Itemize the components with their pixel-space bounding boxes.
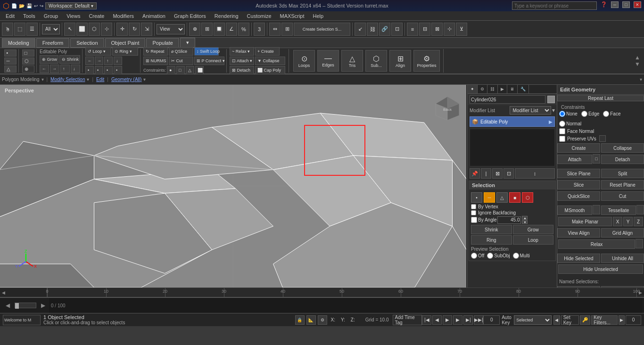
percent-snap-btn[interactable]: % — [238, 23, 249, 36]
ring-action-btn[interactable]: Ring — [471, 235, 512, 245]
tab-modeling[interactable]: Modeling — [2, 38, 35, 48]
link-btn[interactable]: ⛓ — [367, 23, 378, 36]
by-vertex-cb[interactable] — [471, 204, 476, 209]
hide-selected-btn[interactable]: Hide Selected — [557, 254, 600, 263]
ribbon-scroll-up[interactable]: ▲ — [635, 54, 640, 61]
relax-fp-btn[interactable]: Relax — [558, 239, 635, 249]
selection-header[interactable]: Selection — [469, 181, 555, 189]
sub-edge-btn[interactable]: ─ — [4, 58, 17, 65]
tessellate-opts-btn[interactable] — [636, 205, 644, 214]
tab-object-paint[interactable]: Object Paint — [105, 38, 146, 48]
constraint-none[interactable]: None — [559, 111, 578, 117]
sel-face-icon[interactable]: ■ — [509, 192, 520, 203]
redo-btn[interactable]: ↪ — [40, 3, 43, 8]
select-obj-btn[interactable]: 🖱 — [2, 23, 13, 36]
select-name-btn[interactable]: ☰ — [26, 23, 38, 36]
ring-arrows2-btn[interactable]: ↓ — [114, 57, 122, 65]
extra4-btn[interactable]: ↓ — [71, 65, 80, 73]
nav-cube[interactable]: Back — [433, 94, 462, 123]
unlink-btn[interactable]: 🔗 — [379, 23, 390, 36]
circle-select-btn[interactable]: ⬡ — [89, 23, 100, 36]
panel-tab-utilities[interactable]: 🔧 — [518, 85, 529, 93]
constraint4-btn[interactable]: ⬜ — [195, 66, 204, 74]
layer-btn[interactable]: ≡ — [407, 23, 418, 36]
select-btn[interactable]: ↖ — [64, 23, 75, 36]
play-prev-key[interactable]: |◀ — [422, 315, 431, 325]
modify-arrow[interactable]: ▾ — [87, 77, 89, 82]
dots2-btn[interactable]: • — [95, 66, 103, 74]
sub-large-btn[interactable]: ⬡ Sub... — [365, 50, 387, 72]
tab-populate[interactable]: Populate — [146, 38, 179, 48]
tessellate-btn[interactable]: Tessellate — [601, 205, 636, 215]
spinner1-btn[interactable]: 3 — [254, 23, 265, 36]
constraint-face-radio[interactable] — [603, 111, 609, 117]
paste-sel-btn[interactable]: Paste — [601, 286, 644, 288]
key-arrow-right[interactable]: ▶ — [619, 315, 625, 325]
loop-action-btn[interactable]: Loop — [513, 235, 554, 245]
menu-modifiers[interactable]: Modifiers — [109, 12, 138, 20]
detach-fp-btn[interactable]: Detach — [601, 155, 644, 164]
tab-freeform[interactable]: Freeform — [36, 38, 70, 48]
stack-nav1-btn[interactable]: | — [481, 168, 491, 179]
editable-poly-mod[interactable]: 📦 Editable Poly ▶ — [470, 116, 555, 127]
undo-btn[interactable]: ↩ — [34, 3, 38, 8]
dots4-btn[interactable]: • — [114, 66, 122, 74]
geometry-link[interactable]: Geometry (All) — [111, 77, 141, 82]
copy-sel-btn[interactable]: Copy — [557, 286, 600, 288]
view-align-btn[interactable]: View Align — [557, 228, 600, 238]
minimize-btn[interactable]: ─ — [611, 1, 619, 8]
lasso-select-btn[interactable]: ⊹ — [101, 23, 112, 36]
stack-nav3-btn[interactable]: ⊡ — [504, 168, 514, 179]
tl-slider[interactable] — [15, 303, 36, 308]
menu-group[interactable]: Group — [40, 12, 62, 20]
repeat-btn[interactable]: ↻ Repeat — [143, 47, 168, 56]
angle-spinner[interactable]: ▲ ▼ — [522, 216, 528, 224]
obj-color-swatch[interactable] — [547, 96, 555, 103]
play-prev-frame[interactable]: ◀ — [432, 315, 442, 325]
tl-area[interactable]: 0 / 100 — [49, 298, 642, 313]
create-fp-btn[interactable]: Create — [557, 143, 600, 153]
relax-opts-btn[interactable] — [636, 239, 643, 248]
modify-selection-link[interactable]: Modify Selection — [50, 77, 85, 82]
detach-ribbon-btn[interactable]: ⊠ Detach — [230, 66, 254, 74]
move-btn[interactable]: ✛ — [116, 23, 128, 36]
add-time-tag-btn[interactable]: Add Time Tag — [393, 315, 422, 325]
menu-graph-editors[interactable]: Graph Editors — [170, 12, 210, 20]
extra3-btn[interactable]: ↑ — [60, 65, 70, 73]
tab-selection[interactable]: Selection — [70, 38, 104, 48]
subtoolbar-arrow-btn[interactable]: ▾ — [41, 77, 44, 82]
shrink-action-btn[interactable]: Shrink — [471, 225, 512, 234]
split-btn[interactable]: Split — [601, 169, 644, 178]
stack-pin-btn[interactable]: 📌 — [470, 168, 480, 179]
menu-edit[interactable]: Edit — [2, 12, 18, 20]
ignore-backfacing-cb[interactable] — [471, 210, 476, 215]
scroll-right-arrow[interactable]: ▾ — [640, 77, 642, 82]
align-large-btn[interactable]: ⊞ Align — [389, 50, 411, 72]
grow-action-btn[interactable]: Grow — [513, 225, 554, 234]
panel-tab-display[interactable]: 🖥 — [507, 85, 518, 93]
quick-access-open[interactable]: 📂 — [19, 3, 25, 8]
key-icon-btn[interactable]: 🔑 — [580, 315, 590, 325]
sel-border-icon[interactable]: △ — [496, 192, 508, 203]
rotate-btn[interactable]: ↻ — [129, 23, 140, 36]
angle-value-input[interactable] — [497, 216, 521, 224]
play-next-frame[interactable]: ▶ — [453, 315, 462, 325]
play-btn[interactable]: ▶ — [443, 315, 452, 325]
reset-plane-btn[interactable]: Reset Plane — [601, 180, 644, 189]
constraint3-btn[interactable]: △ — [186, 66, 194, 74]
attach-options-btn[interactable]: □ — [593, 154, 600, 164]
attach-ribbon-btn[interactable]: ⊡ Attach ▾ — [230, 57, 254, 65]
bind-btn[interactable]: ⊡ — [391, 23, 403, 36]
create-ribbon-btn[interactable]: + Create — [255, 47, 280, 56]
preview-subobj-radio[interactable] — [487, 253, 493, 259]
collapse-ribbon-btn[interactable]: ▼ Collapse — [255, 57, 285, 65]
slice-btn[interactable]: Slice — [557, 180, 600, 189]
workspace-select[interactable]: Workspace: Default ▾ — [45, 2, 97, 9]
close-btn[interactable]: ✕ — [634, 1, 641, 8]
menu-rendering[interactable]: Rendering — [211, 12, 242, 20]
stack-nav2-btn[interactable]: ⊠ — [492, 168, 503, 179]
constraint2-btn[interactable]: □ — [176, 66, 185, 74]
tl-scroll-left[interactable]: ◀ — [4, 302, 12, 309]
tt-track[interactable]: 0 10 20 30 40 50 60 70 80 90 100 — [47, 288, 636, 297]
quick-access-new[interactable]: 📄 — [11, 3, 17, 8]
